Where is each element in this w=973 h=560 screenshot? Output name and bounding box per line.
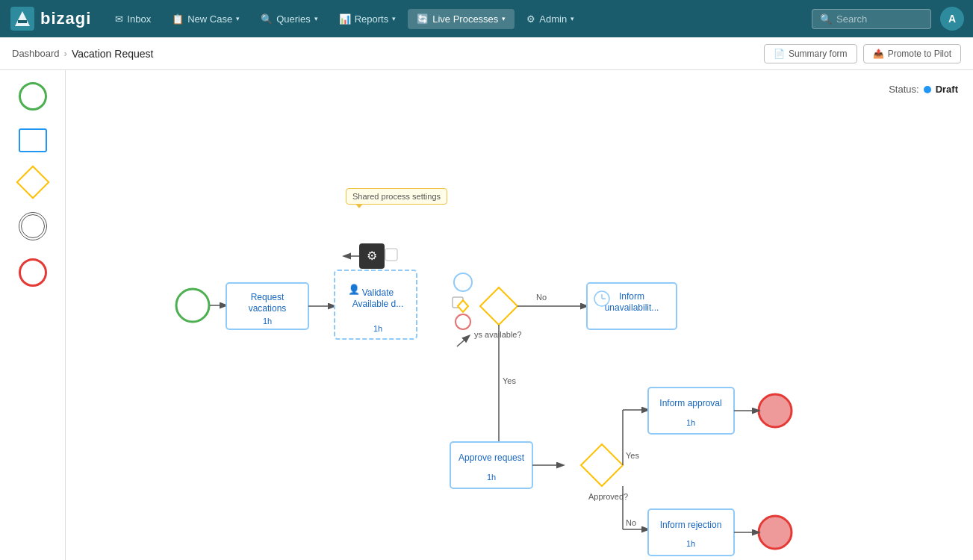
svg-text:Request: Request (251, 292, 285, 302)
svg-rect-53 (648, 509, 734, 556)
palette-start-event[interactable] (16, 79, 50, 113)
nav-reports[interactable]: 📊 Reports ▾ (330, 9, 405, 29)
nav-admin[interactable]: ⚙ Admin ▾ (517, 9, 583, 29)
inbox-icon: ✉ (115, 13, 123, 25)
svg-text:1h: 1h (686, 418, 695, 427)
palette-task[interactable] (16, 125, 50, 155)
bpmn-canvas[interactable]: Status: Draft Request vacations 1h 👤 Val… (66, 70, 973, 560)
svg-rect-2 (18, 20, 27, 23)
search-box[interactable]: 🔍 (812, 9, 931, 29)
svg-point-56 (759, 516, 792, 549)
svg-point-19 (454, 273, 472, 291)
svg-text:1h: 1h (686, 539, 695, 548)
search-icon: 🔍 (820, 13, 832, 25)
breadcrumb-bar: Dashboard › Vacation Request 📄 Summary f… (0, 37, 973, 70)
svg-rect-18 (385, 249, 397, 261)
logo-text: bizagi (40, 9, 91, 28)
breadcrumb-current: Vacation Request (72, 48, 153, 60)
breadcrumb-actions: 📄 Summary form 📤 Promote to Pilot (764, 44, 961, 63)
intermediate-event-shape (19, 212, 47, 240)
svg-line-23 (457, 336, 469, 346)
svg-text:⚙: ⚙ (367, 249, 377, 262)
admin-chevron: ▾ (571, 15, 574, 22)
svg-text:Inform: Inform (619, 291, 644, 302)
svg-text:1h: 1h (487, 473, 496, 482)
logo: bizagi (9, 5, 91, 32)
main-content: Status: Draft Request vacations 1h 👤 Val… (0, 70, 973, 560)
admin-icon: ⚙ (526, 13, 535, 25)
svg-point-22 (456, 314, 470, 329)
live-icon: 🔄 (417, 13, 429, 25)
svg-point-3 (176, 289, 209, 322)
svg-text:1h: 1h (373, 324, 382, 333)
svg-text:Yes: Yes (626, 451, 639, 460)
svg-text:Approved?: Approved? (588, 492, 628, 501)
svg-text:1h: 1h (263, 317, 272, 326)
newcase-chevron: ▾ (236, 15, 240, 22)
svg-text:Yes: Yes (503, 376, 516, 385)
search-input[interactable] (836, 13, 923, 25)
svg-text:Approve request: Approve request (458, 452, 525, 463)
doc-icon: 📄 (774, 49, 785, 59)
nav-live-processes[interactable]: 🔄 Live Processes ▾ (408, 9, 515, 29)
summary-form-button[interactable]: 📄 Summary form (764, 44, 857, 63)
svg-text:No: No (536, 293, 547, 302)
user-avatar[interactable]: A (940, 7, 964, 31)
top-navigation: bizagi ✉ Inbox 📋 New Case ▾ 🔍 Queries ▾ … (0, 0, 973, 37)
shared-process-settings-popup: Shared process settings (346, 188, 447, 205)
svg-text:No: No (626, 518, 636, 527)
palette-intermediate-event[interactable] (16, 209, 50, 243)
logo-icon (9, 5, 36, 32)
svg-text:Inform approval: Inform approval (659, 398, 721, 408)
reports-icon: 📊 (339, 13, 351, 25)
bpmn-svg: Request vacations 1h 👤 Validate Availabl… (66, 70, 947, 560)
reports-chevron: ▾ (392, 15, 396, 22)
svg-marker-24 (480, 287, 517, 325)
gateway-shape (16, 165, 49, 199)
nav-queries[interactable]: 🔍 Queries ▾ (252, 9, 327, 29)
breadcrumb-dashboard[interactable]: Dashboard (12, 48, 60, 59)
svg-marker-40 (581, 444, 623, 486)
svg-text:👤: 👤 (348, 283, 361, 296)
palette-end-event[interactable] (16, 255, 50, 290)
start-event-shape (19, 82, 47, 111)
palette-gateway[interactable] (18, 167, 48, 197)
svg-text:Validate: Validate (362, 287, 394, 298)
svg-point-51 (759, 394, 792, 427)
svg-text:unavailabilit...: unavailabilit... (605, 302, 659, 313)
nav-new-case[interactable]: 📋 New Case ▾ (163, 9, 249, 29)
task-shape (19, 128, 47, 152)
queries-icon: 🔍 (261, 13, 273, 25)
svg-text:vacations: vacations (249, 303, 287, 314)
svg-text:ys available?: ys available? (474, 330, 522, 339)
queries-chevron: ▾ (314, 15, 318, 22)
svg-text:Available d...: Available d... (352, 299, 404, 309)
end-event-shape (19, 258, 47, 287)
promote-pilot-button[interactable]: 📤 Promote to Pilot (863, 44, 961, 63)
newcase-icon: 📋 (172, 13, 184, 25)
promote-icon: 📤 (873, 49, 884, 59)
svg-text:Inform rejection: Inform rejection (660, 520, 722, 530)
nav-inbox[interactable]: ✉ Inbox (106, 9, 160, 29)
breadcrumb-separator: › (64, 48, 67, 59)
live-chevron: ▾ (502, 15, 506, 22)
shape-palette (0, 70, 66, 560)
